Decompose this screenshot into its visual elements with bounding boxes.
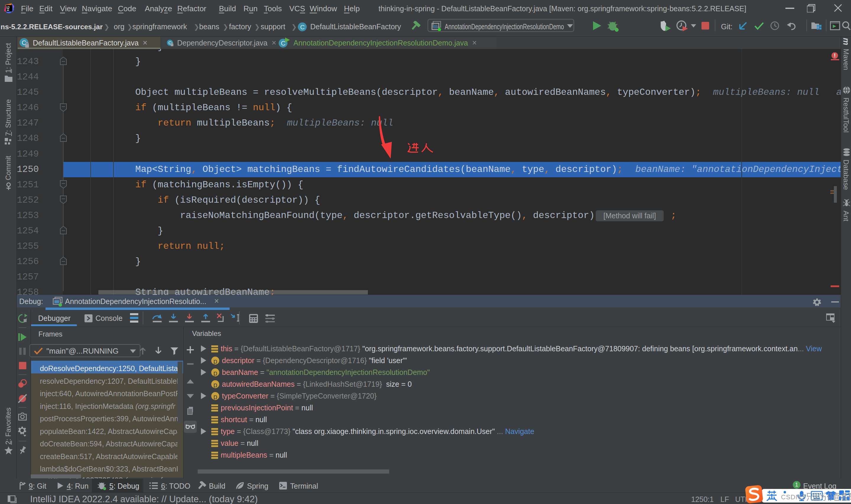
svg-text:IJ: IJ [6,6,10,10]
svg-text:C: C [300,24,305,31]
svg-text:C: C [281,40,286,47]
